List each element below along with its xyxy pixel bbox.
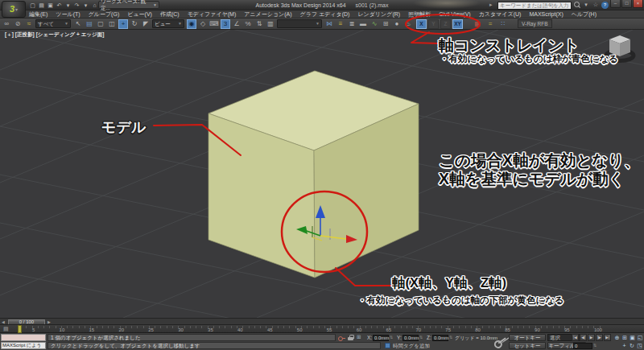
- undo-icon[interactable]: ↶: [56, 2, 63, 9]
- x-coordinate-field[interactable]: 0.0mm: [373, 335, 389, 341]
- pan-icon[interactable]: +: [621, 342, 628, 349]
- select-and-manipulate-icon[interactable]: ◇: [198, 19, 208, 29]
- z-spinner[interactable]: ⇅: [449, 334, 452, 340]
- play-button[interactable]: ▶: [588, 334, 595, 341]
- snaps-toggle-3d-icon[interactable]: 3: [221, 19, 230, 29]
- named-selection-dropdown[interactable]: ▼: [277, 19, 322, 28]
- save-file-icon[interactable]: ▣: [47, 2, 54, 9]
- close-button[interactable]: ×: [633, 0, 643, 8]
- maximize-button[interactable]: □: [621, 0, 632, 8]
- rectangular-selection-icon[interactable]: ▢: [96, 19, 105, 29]
- menu-item[interactable]: 照明解析: [408, 10, 431, 19]
- viewport[interactable]: [＋][正投影][シェーディング + エッジ面]: [0, 30, 644, 318]
- percent-snap-icon[interactable]: %: [243, 19, 253, 29]
- open-mini-curve-editor-icon[interactable]: ▤: [3, 326, 9, 332]
- current-frame-marker[interactable]: [18, 325, 22, 333]
- zoom-extents-icon[interactable]: ▣: [629, 334, 636, 341]
- menu-item[interactable]: 編集(E): [29, 10, 47, 19]
- select-and-move-icon[interactable]: +: [118, 19, 128, 29]
- go-to-start-button[interactable]: |◀: [572, 334, 579, 341]
- angle-snap-icon[interactable]: ∠: [232, 19, 242, 29]
- application-menu-button[interactable]: 3 ▾: [2, 1, 26, 18]
- graphite-ribbon-icon[interactable]: ▬: [358, 19, 368, 29]
- select-and-link-icon[interactable]: ∞: [2, 19, 11, 29]
- restrict-xy-plane-button[interactable]: XY: [452, 19, 463, 29]
- auto-key-button[interactable]: オートキー: [509, 334, 546, 341]
- menu-item[interactable]: レンダリング(R): [357, 10, 400, 19]
- menu-item[interactable]: ビュー(V): [127, 10, 152, 19]
- set-key-button[interactable]: セットキー: [509, 342, 546, 349]
- select-and-scale-icon[interactable]: ◤: [141, 19, 151, 29]
- align-icon[interactable]: ≡: [336, 19, 345, 29]
- zoom-all-icon[interactable]: ⊞: [621, 334, 629, 341]
- menu-item[interactable]: Civil View(V): [439, 11, 471, 17]
- absolute-mode-icon[interactable]: ⊞: [357, 334, 361, 340]
- y-spinner[interactable]: ⇅: [419, 334, 423, 340]
- window-crossing-icon[interactable]: ◫: [107, 19, 117, 29]
- track-bar[interactable]: ▤ 51015202530354045505560657075808590951…: [0, 324, 644, 333]
- box-model[interactable]: [208, 71, 419, 278]
- y-coordinate-field[interactable]: 0.0mm: [402, 335, 419, 341]
- use-pivot-point-center-icon[interactable]: ◉: [187, 19, 196, 29]
- curve-editor-icon[interactable]: ∿: [369, 19, 379, 29]
- minimize-button[interactable]: –: [610, 0, 621, 8]
- menu-item[interactable]: アニメーション(A): [244, 10, 291, 19]
- select-and-rotate-icon[interactable]: ↻: [130, 19, 139, 29]
- edit-named-selection-sets-icon[interactable]: ▥: [266, 19, 275, 29]
- viewport-shading-menu[interactable]: [シェーディング + エッジ面]: [36, 31, 105, 39]
- frame-spinner[interactable]: ⇅: [593, 342, 597, 348]
- blue-dots-icon[interactable]: ∷: [498, 19, 508, 29]
- menu-item[interactable]: 作成(C): [160, 10, 180, 19]
- previous-frame-button[interactable]: ◀|: [580, 334, 587, 341]
- red-grid-icon[interactable]: ▦: [473, 19, 482, 29]
- render-setup-icon[interactable]: ♨: [403, 19, 413, 29]
- menu-item[interactable]: MAXScript(X): [529, 11, 563, 17]
- maximize-viewport-icon[interactable]: ◳: [636, 342, 643, 349]
- menu-item[interactable]: グループ(G): [89, 10, 120, 19]
- viewport-general-menu[interactable]: [＋]: [5, 31, 14, 39]
- help-icon[interactable]: ?: [601, 2, 609, 9]
- mirror-icon[interactable]: ⋈: [324, 19, 334, 29]
- yellow-lines-icon[interactable]: =: [485, 19, 495, 29]
- menu-item[interactable]: ツール(T): [56, 10, 80, 19]
- restrict-x-button[interactable]: X: [416, 19, 427, 29]
- restrict-y-button[interactable]: Y: [428, 19, 439, 29]
- search-caret-icon[interactable]: ▾: [582, 1, 590, 9]
- new-scene-icon[interactable]: ▢: [29, 2, 36, 9]
- z-coordinate-field[interactable]: 0.0mm: [432, 335, 448, 341]
- maxscript-mini-listener[interactable]: MAXScript によう: [1, 342, 46, 349]
- select-by-name-icon[interactable]: ▤: [85, 19, 94, 29]
- favorites-star-icon[interactable]: ☆: [592, 1, 600, 9]
- redo-icon[interactable]: ↷: [73, 2, 80, 9]
- viewport-pov-menu[interactable]: [正投影]: [15, 31, 35, 39]
- search-icon[interactable]: [572, 1, 580, 9]
- menu-item[interactable]: カスタマイズ(U): [479, 10, 522, 19]
- macro-recorder-field[interactable]: [1, 334, 46, 341]
- undo-caret-icon[interactable]: ▾: [64, 2, 72, 9]
- search-input[interactable]: [497, 2, 572, 10]
- spinner-snap-icon[interactable]: ⇅: [254, 19, 264, 29]
- selection-lock-icon[interactable]: [348, 335, 353, 341]
- viewcube[interactable]: [606, 35, 634, 61]
- workspace-dropdown[interactable]: ワークスペース: 既定... ▼: [98, 1, 159, 9]
- select-object-icon[interactable]: ↖: [73, 19, 83, 29]
- menu-item[interactable]: グラフ エディタ(D): [300, 10, 350, 19]
- zoom-region-icon[interactable]: ◱: [637, 334, 644, 341]
- add-time-tag-button[interactable]: 時間タグを追加: [393, 343, 430, 349]
- zoom-icon[interactable]: ⊕: [613, 334, 621, 341]
- orbit-icon[interactable]: ↻: [629, 342, 636, 349]
- project-folder-icon[interactable]: ⌂: [91, 2, 98, 9]
- go-to-end-button[interactable]: ▶|: [604, 334, 611, 341]
- schematic-view-icon[interactable]: ⊞: [381, 19, 390, 29]
- current-frame-field[interactable]: 0: [573, 343, 592, 349]
- x-spinner[interactable]: ⇅: [390, 334, 393, 340]
- bind-to-space-warp-icon[interactable]: ≈: [24, 19, 34, 29]
- redo-caret-icon[interactable]: ▾: [82, 2, 89, 9]
- keyboard-shortcut-override-icon[interactable]: ⌨: [209, 19, 219, 29]
- selection-filter-dropdown[interactable]: すべて ▼: [35, 19, 71, 28]
- time-slider-track[interactable]: ◀ 0 / 100 ▶: [0, 318, 644, 324]
- menu-item[interactable]: モディファイヤ(M): [188, 10, 237, 19]
- reference-coordinate-dropdown[interactable]: ビュー ▼: [152, 19, 184, 28]
- restrict-z-button[interactable]: Z: [440, 19, 451, 29]
- vray-rfb-button[interactable]: V-Ray RFB: [518, 19, 552, 28]
